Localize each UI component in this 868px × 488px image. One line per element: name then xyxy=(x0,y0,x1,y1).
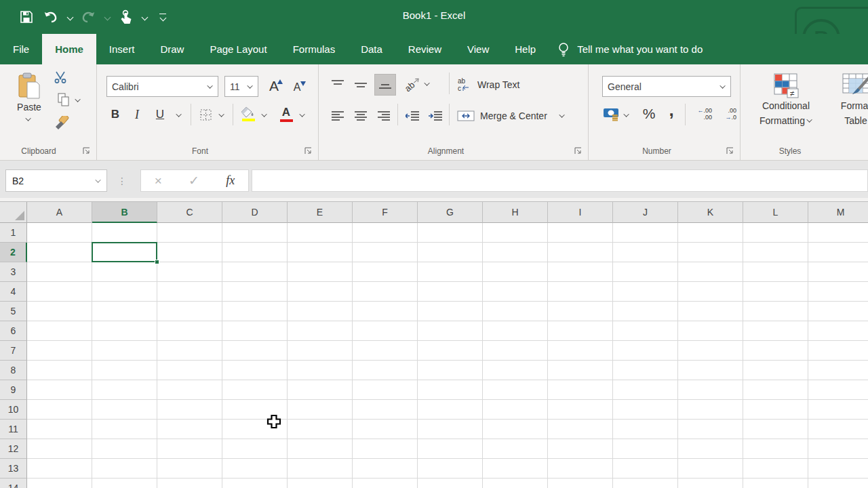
cell-H8[interactable] xyxy=(483,361,548,380)
align-left-icon[interactable] xyxy=(328,106,347,125)
cell-K12[interactable] xyxy=(678,439,743,459)
decrease-indent-icon[interactable] xyxy=(403,106,422,125)
cell-I10[interactable] xyxy=(548,400,613,420)
cell-A12[interactable] xyxy=(27,439,92,459)
font-color-icon[interactable]: A xyxy=(277,104,295,124)
cell-A1[interactable] xyxy=(27,223,92,243)
cell-I3[interactable] xyxy=(548,262,613,282)
copy-dropdown-icon[interactable] xyxy=(75,96,80,102)
cell-A3[interactable] xyxy=(27,262,92,282)
cell-L9[interactable] xyxy=(743,380,808,400)
column-header-A[interactable]: A xyxy=(27,202,92,223)
cell-K11[interactable] xyxy=(678,420,743,439)
increase-decimal-button[interactable]: ←.00 .00 xyxy=(692,107,712,121)
cell-E1[interactable] xyxy=(288,223,353,243)
cell-L10[interactable] xyxy=(743,400,808,420)
cell-G8[interactable] xyxy=(418,361,483,380)
underline-dropdown-icon[interactable] xyxy=(176,111,181,117)
tab-draw[interactable]: Draw xyxy=(147,34,197,64)
cell-M7[interactable] xyxy=(808,341,868,361)
row-header-5[interactable]: 5 xyxy=(0,302,27,321)
cell-H12[interactable] xyxy=(483,439,548,459)
cell-M14[interactable] xyxy=(808,479,868,488)
cell-F12[interactable] xyxy=(353,439,418,459)
tab-formulas[interactable]: Formulas xyxy=(280,34,349,64)
cell-K13[interactable] xyxy=(678,459,743,479)
top-align-icon[interactable] xyxy=(328,75,347,94)
cell-K5[interactable] xyxy=(678,302,743,321)
cell-L7[interactable] xyxy=(743,341,808,361)
cell-E10[interactable] xyxy=(288,400,353,420)
cell-I9[interactable] xyxy=(548,380,613,400)
cell-F8[interactable] xyxy=(353,361,418,380)
row-header-8[interactable]: 8 xyxy=(0,361,27,380)
column-header-F[interactable]: F xyxy=(353,202,418,223)
cell-I2[interactable] xyxy=(548,243,613,262)
cell-J12[interactable] xyxy=(613,439,678,459)
column-header-B[interactable]: B xyxy=(92,202,157,223)
undo-dropdown-icon[interactable] xyxy=(67,14,74,20)
cell-J7[interactable] xyxy=(613,341,678,361)
cell-B13[interactable] xyxy=(92,459,157,479)
cell-C2[interactable] xyxy=(157,243,222,262)
cell-L3[interactable] xyxy=(743,262,808,282)
center-icon[interactable] xyxy=(351,106,370,125)
cell-E7[interactable] xyxy=(288,341,353,361)
cell-M6[interactable] xyxy=(808,321,868,341)
cell-F1[interactable] xyxy=(353,223,418,243)
cell-B14[interactable] xyxy=(92,479,157,488)
cell-F14[interactable] xyxy=(353,479,418,488)
tab-file[interactable]: File xyxy=(0,34,42,64)
insert-function-icon[interactable]: fx xyxy=(226,174,235,188)
cell-M2[interactable] xyxy=(808,243,868,262)
cell-G3[interactable] xyxy=(418,262,483,282)
cell-I6[interactable] xyxy=(548,321,613,341)
cell-K2[interactable] xyxy=(678,243,743,262)
column-header-L[interactable]: L xyxy=(743,202,808,223)
cell-E3[interactable] xyxy=(288,262,353,282)
cell-G11[interactable] xyxy=(418,420,483,439)
decrease-font-size-icon[interactable]: A xyxy=(290,77,310,98)
cell-G14[interactable] xyxy=(418,479,483,488)
align-right-icon[interactable] xyxy=(374,106,393,125)
row-header-10[interactable]: 10 xyxy=(0,400,27,420)
cell-I7[interactable] xyxy=(548,341,613,361)
cell-G13[interactable] xyxy=(418,459,483,479)
underline-button[interactable]: U xyxy=(151,105,169,124)
cell-I4[interactable] xyxy=(548,282,613,302)
cell-F13[interactable] xyxy=(353,459,418,479)
cell-E6[interactable] xyxy=(288,321,353,341)
cell-B12[interactable] xyxy=(92,439,157,459)
row-header-14[interactable]: 14 xyxy=(0,479,27,488)
cell-D2[interactable] xyxy=(222,243,288,262)
font-size-dropdown-icon[interactable] xyxy=(247,83,252,88)
tab-view[interactable]: View xyxy=(454,34,502,64)
cell-A6[interactable] xyxy=(27,321,92,341)
cell-D12[interactable] xyxy=(222,439,288,459)
comma-style-button[interactable]: , xyxy=(663,100,679,120)
font-size-combo[interactable]: 11 xyxy=(224,76,258,97)
number-dialog-launcher-icon[interactable] xyxy=(726,147,734,155)
tab-insert[interactable]: Insert xyxy=(96,34,148,64)
cell-B7[interactable] xyxy=(92,341,157,361)
cell-J6[interactable] xyxy=(613,321,678,341)
cell-M4[interactable] xyxy=(808,282,868,302)
cell-C8[interactable] xyxy=(157,361,222,380)
cell-I14[interactable] xyxy=(548,479,613,488)
cell-M8[interactable] xyxy=(808,361,868,380)
cell-J3[interactable] xyxy=(613,262,678,282)
cell-F10[interactable] xyxy=(353,400,418,420)
row-header-6[interactable]: 6 xyxy=(0,321,27,341)
cell-D11[interactable] xyxy=(222,420,288,439)
row-header-12[interactable]: 12 xyxy=(0,439,27,459)
cell-G12[interactable] xyxy=(418,439,483,459)
increase-font-size-icon[interactable]: A xyxy=(265,75,287,97)
paste-button[interactable]: Paste xyxy=(9,73,49,121)
cell-H7[interactable] xyxy=(483,341,548,361)
row-header-1[interactable]: 1 xyxy=(0,223,27,243)
cell-G10[interactable] xyxy=(418,400,483,420)
cell-J13[interactable] xyxy=(613,459,678,479)
row-header-4[interactable]: 4 xyxy=(0,282,27,302)
row-header-9[interactable]: 9 xyxy=(0,380,27,400)
orientation-icon[interactable]: ab xyxy=(399,70,427,98)
